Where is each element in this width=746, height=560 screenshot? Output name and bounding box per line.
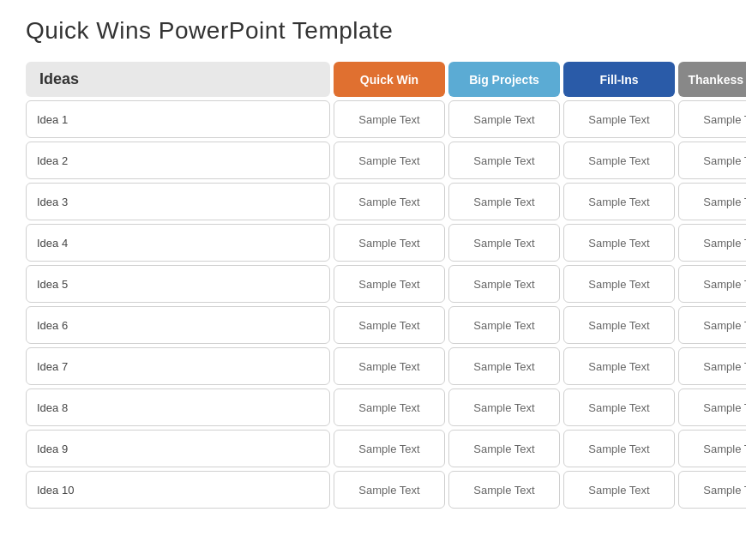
idea-cell-4[interactable]: Idea 4: [26, 224, 330, 262]
header-thankless-tasks: Thankess Tasks: [678, 62, 746, 97]
big-projects-cell-2[interactable]: Sample Text: [448, 142, 560, 179]
quick-win-cell-10[interactable]: Sample Text: [334, 471, 445, 509]
table-container: Ideas Quick Win Big Projects Fill-Ins Th…: [26, 62, 720, 509]
fill-ins-cell-4[interactable]: Sample Text: [563, 224, 675, 262]
header-big-projects: Big Projects: [448, 62, 560, 97]
fill-ins-cell-1[interactable]: Sample Text: [563, 100, 675, 138]
thankless-tasks-cell-8[interactable]: Sample Text: [678, 388, 746, 426]
big-projects-cell-8[interactable]: Sample Text: [448, 388, 560, 426]
table-row: Idea 5Sample TextSample TextSample TextS…: [26, 265, 720, 303]
quick-win-cell-9[interactable]: Sample Text: [334, 430, 445, 467]
table-row: Idea 1Sample TextSample TextSample TextS…: [26, 100, 720, 138]
table-row: Idea 8Sample TextSample TextSample TextS…: [26, 388, 720, 426]
thankless-tasks-cell-10[interactable]: Sample Text: [678, 471, 746, 509]
quick-win-cell-7[interactable]: Sample Text: [334, 347, 445, 385]
fill-ins-cell-9[interactable]: Sample Text: [563, 430, 675, 467]
table-body: Idea 1Sample TextSample TextSample TextS…: [26, 100, 720, 509]
thankless-tasks-cell-4[interactable]: Sample Text: [678, 224, 746, 262]
quick-win-cell-3[interactable]: Sample Text: [334, 183, 445, 220]
idea-cell-5[interactable]: Idea 5: [26, 265, 330, 303]
fill-ins-cell-6[interactable]: Sample Text: [563, 306, 675, 344]
big-projects-cell-10[interactable]: Sample Text: [448, 471, 560, 509]
big-projects-cell-4[interactable]: Sample Text: [448, 224, 560, 262]
header-ideas: Ideas: [26, 62, 330, 97]
fill-ins-cell-7[interactable]: Sample Text: [563, 347, 675, 385]
thankless-tasks-cell-9[interactable]: Sample Text: [678, 430, 746, 467]
big-projects-cell-6[interactable]: Sample Text: [448, 306, 560, 344]
fill-ins-cell-5[interactable]: Sample Text: [563, 265, 675, 303]
quick-win-cell-8[interactable]: Sample Text: [334, 388, 445, 426]
table-header: Ideas Quick Win Big Projects Fill-Ins Th…: [26, 62, 720, 97]
page-title: Quick Wins PowerPoint Template: [26, 17, 720, 45]
thankless-tasks-cell-3[interactable]: Sample Text: [678, 183, 746, 220]
idea-cell-8[interactable]: Idea 8: [26, 388, 330, 426]
big-projects-cell-7[interactable]: Sample Text: [448, 347, 560, 385]
big-projects-cell-3[interactable]: Sample Text: [448, 183, 560, 220]
table-row: Idea 9Sample TextSample TextSample TextS…: [26, 430, 720, 467]
table-row: Idea 6Sample TextSample TextSample TextS…: [26, 306, 720, 344]
table-row: Idea 2Sample TextSample TextSample TextS…: [26, 142, 720, 179]
big-projects-cell-9[interactable]: Sample Text: [448, 430, 560, 467]
header-fill-ins: Fill-Ins: [563, 62, 675, 97]
idea-cell-10[interactable]: Idea 10: [26, 471, 330, 509]
idea-cell-7[interactable]: Idea 7: [26, 347, 330, 385]
table-row: Idea 3Sample TextSample TextSample TextS…: [26, 183, 720, 220]
thankless-tasks-cell-1[interactable]: Sample Text: [678, 100, 746, 138]
idea-cell-2[interactable]: Idea 2: [26, 142, 330, 179]
quick-win-cell-1[interactable]: Sample Text: [334, 100, 445, 138]
thankless-tasks-cell-5[interactable]: Sample Text: [678, 265, 746, 303]
idea-cell-9[interactable]: Idea 9: [26, 430, 330, 467]
fill-ins-cell-2[interactable]: Sample Text: [563, 142, 675, 179]
fill-ins-cell-8[interactable]: Sample Text: [563, 388, 675, 426]
table-row: Idea 7Sample TextSample TextSample TextS…: [26, 347, 720, 385]
idea-cell-3[interactable]: Idea 3: [26, 183, 330, 220]
big-projects-cell-5[interactable]: Sample Text: [448, 265, 560, 303]
table-row: Idea 10Sample TextSample TextSample Text…: [26, 471, 720, 509]
thankless-tasks-cell-2[interactable]: Sample Text: [678, 142, 746, 179]
idea-cell-1[interactable]: Idea 1: [26, 100, 330, 138]
quick-win-cell-4[interactable]: Sample Text: [334, 224, 445, 262]
header-quick-win: Quick Win: [334, 62, 445, 97]
quick-win-cell-5[interactable]: Sample Text: [334, 265, 445, 303]
fill-ins-cell-3[interactable]: Sample Text: [563, 183, 675, 220]
fill-ins-cell-10[interactable]: Sample Text: [563, 471, 675, 509]
idea-cell-6[interactable]: Idea 6: [26, 306, 330, 344]
thankless-tasks-cell-7[interactable]: Sample Text: [678, 347, 746, 385]
big-projects-cell-1[interactable]: Sample Text: [448, 100, 560, 138]
thankless-tasks-cell-6[interactable]: Sample Text: [678, 306, 746, 344]
quick-win-cell-6[interactable]: Sample Text: [334, 306, 445, 344]
quick-win-cell-2[interactable]: Sample Text: [334, 142, 445, 179]
table-row: Idea 4Sample TextSample TextSample TextS…: [26, 224, 720, 262]
